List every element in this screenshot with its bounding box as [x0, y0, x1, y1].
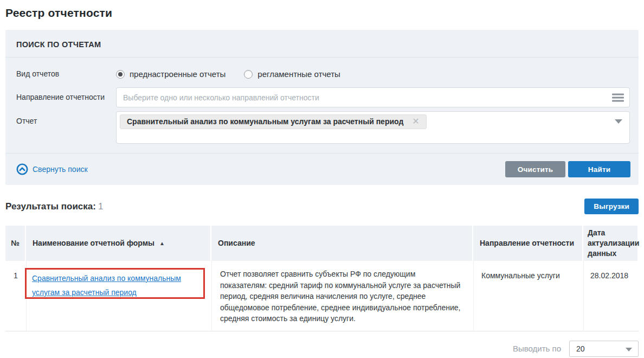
radio-unselected-icon[interactable] [244, 70, 253, 79]
column-header-description: Описание [211, 226, 473, 261]
row-date-cell: 28.02.2018 [583, 261, 639, 331]
results-summary: Результаты поиска:1 [5, 201, 103, 212]
page-size-select[interactable]: 20 [569, 341, 639, 357]
report-type-radio-group: преднастроенные отчеты регламентные отче… [116, 68, 630, 79]
collapse-search-link[interactable]: Свернуть поиск [16, 163, 88, 175]
results-table: № Наименование отчетной формы ▲ Описание… [5, 226, 639, 331]
report-row: Отчет Сравнительный анализ по коммунальн… [16, 111, 630, 144]
results-label: Результаты поиска: [5, 201, 96, 212]
row-name-cell: Сравнительный анализ по коммунальным усл… [26, 261, 211, 331]
exports-button[interactable]: Выгрузки [584, 199, 639, 214]
radio-regulated-reports[interactable]: регламентные отчеты [244, 69, 340, 79]
radio-preconfigured-label: преднастроенные отчеты [130, 69, 226, 79]
collapse-search-label: Свернуть поиск [33, 165, 88, 174]
chip-remove-icon[interactable]: ✕ [412, 117, 419, 126]
sort-ascending-icon[interactable]: ▲ [159, 238, 165, 248]
row-number-cell: 1 [5, 261, 26, 331]
column-header-name[interactable]: Наименование отчетной формы ▲ [26, 226, 211, 261]
column-header-date: Дата актуализации данных [583, 226, 639, 261]
report-multiselect[interactable]: Сравнительный анализ по коммунальным усл… [116, 111, 630, 144]
chevron-down-icon[interactable] [615, 119, 622, 124]
row-direction-cell: Коммунальные услуги [473, 261, 583, 331]
column-header-num: № [5, 226, 26, 261]
results-bar: Результаты поиска:1 Выгрузки [5, 199, 639, 214]
search-panel-footer: Свернуть поиск Очистить Найти [5, 153, 639, 185]
pager: Выводить по 20 [5, 341, 639, 357]
direction-row: Направление отчетности [16, 87, 630, 107]
selected-report-chip: Сравнительный анализ по коммунальным усл… [120, 114, 427, 129]
radio-preconfigured-reports[interactable]: преднастроенные отчеты [116, 69, 226, 79]
page-title: Реестр отчетности [5, 7, 639, 20]
row-description-cell: Отчет позволяет сравнить субъекты РФ по … [211, 261, 473, 331]
radio-selected-icon[interactable] [116, 70, 125, 79]
direction-multiselect[interactable] [116, 87, 630, 107]
selected-report-chip-label: Сравнительный анализ по коммунальным усл… [127, 117, 403, 126]
page-size-label: Выводить по [513, 344, 561, 353]
list-menu-icon[interactable] [612, 93, 624, 101]
report-type-row: Вид отчетов преднастроенные отчеты регла… [16, 68, 630, 79]
chevron-up-circle-icon [16, 163, 28, 175]
results-count: 1 [98, 201, 103, 212]
report-registry-page: Реестр отчетности ПОИСК ПО ОТЧЕТАМ Вид о… [0, 7, 644, 357]
search-form: Вид отчетов преднастроенные отчеты регла… [5, 57, 639, 153]
find-button[interactable]: Найти [568, 161, 630, 177]
report-label: Отчет [16, 111, 116, 125]
chevron-down-icon[interactable] [626, 348, 632, 351]
clear-button[interactable]: Очистить [505, 161, 565, 177]
direction-label: Направление отчетности [16, 87, 116, 101]
report-form-link[interactable]: Сравнительный анализ по коммунальным усл… [32, 274, 181, 297]
page-size-value: 20 [570, 344, 585, 353]
direction-input[interactable] [117, 93, 629, 102]
radio-regulated-label: регламентные отчеты [257, 69, 340, 79]
column-header-direction: Направление отчетности [473, 226, 583, 261]
report-type-label: Вид отчетов [16, 69, 116, 78]
search-panel: ПОИСК ПО ОТЧЕТАМ Вид отчетов преднастрое… [5, 30, 639, 185]
search-panel-title: ПОИСК ПО ОТЧЕТАМ [5, 30, 639, 57]
